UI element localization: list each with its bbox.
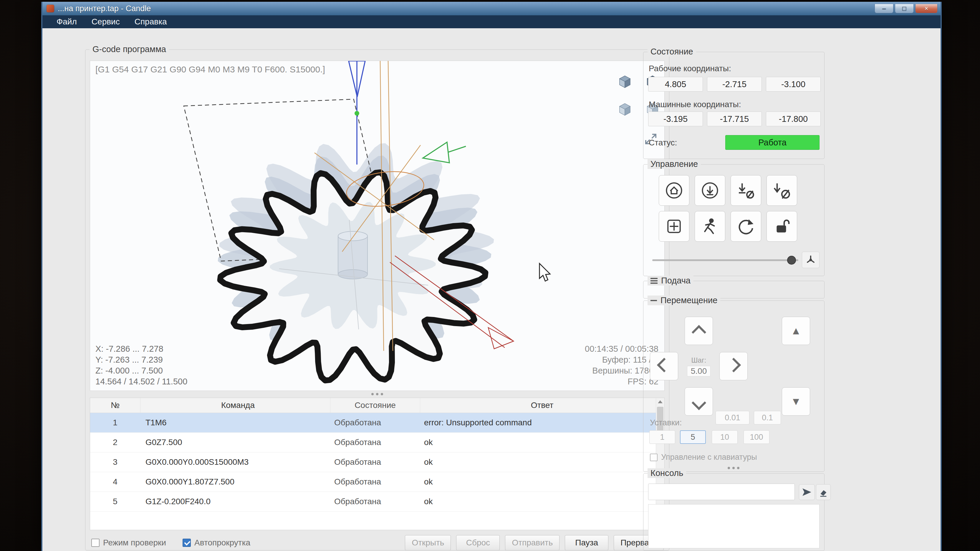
minimize-button[interactable]: – xyxy=(875,4,893,13)
jog-x-minus-button[interactable] xyxy=(650,352,678,380)
cell-command: G0X0.000Y1.807Z7.500 xyxy=(140,477,330,486)
status-label: Статус: xyxy=(649,138,677,148)
table-row[interactable]: 2 G0Z7.500 Обработана ok xyxy=(90,433,664,453)
probe-icon xyxy=(700,181,719,200)
reset-button-grbl[interactable] xyxy=(730,211,761,241)
triangle-up-icon: ▲ xyxy=(791,325,801,337)
unlock-icon xyxy=(772,217,791,236)
console-log[interactable] xyxy=(648,504,819,548)
console-clear-button[interactable] xyxy=(816,484,831,500)
autoscroll-checkbox[interactable]: Автопрокрутка xyxy=(183,538,250,548)
app-icon xyxy=(46,5,54,13)
unlock-button[interactable] xyxy=(767,211,797,241)
gcode-3d-viewport[interactable]: [G1 G54 G17 G21 G90 G94 M0 M3 M9 T0 F600… xyxy=(90,60,665,391)
feed-group-header[interactable]: Подача xyxy=(648,276,694,286)
pause-button[interactable]: Пауза xyxy=(565,535,608,550)
console-send-button[interactable] xyxy=(799,484,815,500)
cell-number: 3 xyxy=(90,457,140,467)
preset-5-button[interactable]: 5 xyxy=(680,430,706,444)
cell-number: 2 xyxy=(90,438,140,447)
cell-command: G0Z7.500 xyxy=(140,438,330,447)
view-front-button[interactable] xyxy=(617,101,633,118)
mouse-cursor xyxy=(539,264,550,281)
feed-group-title: Подача xyxy=(661,276,690,286)
origin-icon xyxy=(665,217,684,236)
table-row[interactable]: 1 T1M6 Обработана error: Unsupported com… xyxy=(90,413,664,433)
preset-100-button[interactable]: 100 xyxy=(743,430,770,444)
center-cylinder xyxy=(338,231,368,279)
preset-10-button[interactable]: 10 xyxy=(712,430,738,444)
cell-state: Обработана xyxy=(330,418,420,427)
jog-group-title: Перемещение xyxy=(660,295,718,305)
menu-file[interactable]: Файл xyxy=(50,16,83,27)
viewer-splitter[interactable] xyxy=(371,393,383,395)
jog-z-plus-button[interactable]: ▲ xyxy=(782,317,810,345)
jog-x-plus-button[interactable] xyxy=(719,352,748,380)
restore-origin-button[interactable] xyxy=(659,211,689,241)
cube-icon xyxy=(617,74,632,89)
spindle-icon xyxy=(805,254,816,266)
zero-xy-button[interactable] xyxy=(730,175,761,206)
work-coords-label: Рабочие координаты: xyxy=(649,64,731,73)
keyboard-control-label: Управление с клавиатуры xyxy=(661,453,757,462)
menu-service[interactable]: Сервис xyxy=(85,16,126,27)
titlebar: ...на принтер.tap - Candle – □ × xyxy=(42,2,940,15)
check-mode-checkbox[interactable]: Режим проверки xyxy=(91,538,166,548)
table-row[interactable]: 3 G0X0.000Y0.000S15000M3 Обработана ok xyxy=(90,453,664,472)
client-area: G-code программа xyxy=(42,28,940,551)
bounds-dimensions: 14.564 / 14.502 / 11.500 xyxy=(95,376,187,387)
checkbox-unchecked-icon[interactable] xyxy=(650,454,657,461)
status-badge: Работа xyxy=(725,135,819,150)
jog-step-box: Шаг: 5.00 xyxy=(685,352,713,380)
header-response[interactable]: Ответ xyxy=(420,398,664,413)
program-controls: Режим проверки Автопрокрутка Открыть Сбр… xyxy=(91,535,664,551)
slider-knob[interactable] xyxy=(787,256,796,265)
header-state[interactable]: Состояние xyxy=(330,398,420,413)
control-groupbox: Управление xyxy=(643,164,824,276)
view-isometric-button[interactable] xyxy=(617,73,633,90)
chevron-up-icon xyxy=(691,325,706,339)
maximize-button[interactable]: □ xyxy=(895,4,914,13)
preset-01-button[interactable]: 0.1 xyxy=(754,411,781,424)
checkbox-checked-icon[interactable] xyxy=(183,538,191,547)
close-button[interactable]: × xyxy=(915,4,938,13)
cell-number: 4 xyxy=(90,477,140,486)
spindle-toggle-button[interactable] xyxy=(802,252,819,268)
preset-1-button[interactable]: 1 xyxy=(649,430,675,444)
cell-state: Обработана xyxy=(330,457,420,467)
work-z-value: -3.100 xyxy=(766,77,821,92)
console-input[interactable] xyxy=(648,484,795,500)
jog-group-header[interactable]: Перемещение xyxy=(648,295,720,305)
send-button[interactable]: Отправить xyxy=(505,535,560,550)
gcode-group-title: G-code программа xyxy=(89,44,169,54)
step-value[interactable]: 5.00 xyxy=(687,366,711,376)
eraser-icon xyxy=(818,487,828,497)
cell-command: G0X0.000Y0.000S15000M3 xyxy=(140,457,330,467)
preset-001-button[interactable]: 0.01 xyxy=(716,411,749,424)
keyboard-control-checkbox[interactable]: Управление с клавиатуры xyxy=(650,453,757,462)
cell-response: ok xyxy=(420,457,664,467)
probe-z-button[interactable] xyxy=(695,175,725,206)
home-button[interactable] xyxy=(659,175,689,206)
open-button[interactable]: Открыть xyxy=(405,535,451,550)
model-bounds: X: -7.286 ... 7.278 Y: -7.263 ... 7.239 … xyxy=(95,343,187,387)
header-command[interactable]: Команда xyxy=(140,398,330,413)
zero-z-button[interactable] xyxy=(767,175,797,206)
chevron-right-icon xyxy=(726,357,741,372)
machine-coords-label: Машинные координаты: xyxy=(649,100,741,109)
jog-z-minus-button[interactable]: ▼ xyxy=(782,387,810,416)
checkbox-unchecked-icon[interactable] xyxy=(91,538,100,547)
reset-button[interactable]: Сброс xyxy=(456,535,500,550)
table-row[interactable]: 5 G1Z-0.200F240.0 Обработана ok xyxy=(90,492,664,511)
jog-y-plus-button[interactable] xyxy=(685,317,713,345)
safe-position-button[interactable] xyxy=(695,211,725,241)
table-row[interactable]: 4 G0X0.000Y1.807Z7.500 Обработана ok xyxy=(90,472,664,492)
spindle-speed-slider[interactable] xyxy=(652,259,798,261)
menu-help[interactable]: Справка xyxy=(128,16,173,27)
cell-response: ok xyxy=(420,438,664,447)
bounds-x: X: -7.286 ... 7.278 xyxy=(95,343,187,354)
jog-y-minus-button[interactable] xyxy=(685,387,713,416)
cell-command: G1Z-0.200F240.0 xyxy=(140,497,330,506)
check-mode-label: Режим проверки xyxy=(103,538,166,548)
header-number[interactable]: № xyxy=(90,398,140,413)
